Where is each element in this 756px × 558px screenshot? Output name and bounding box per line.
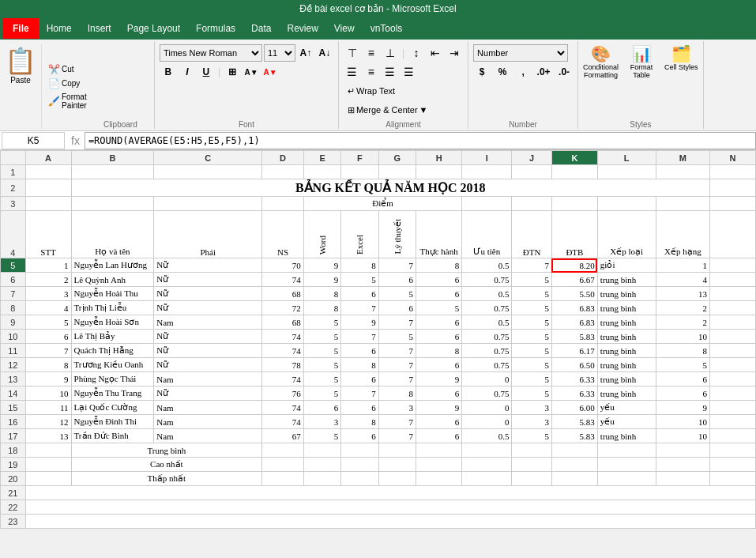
conditional-formatting-button[interactable]: 🎨 ConditionalFormatting <box>583 44 619 79</box>
cell-l14[interactable]: trung bình <box>597 386 656 401</box>
cell-g13[interactable]: 7 <box>378 372 416 386</box>
cell-d13[interactable]: 74 <box>262 372 304 386</box>
cell-e19[interactable] <box>303 458 340 472</box>
cell-b15[interactable]: Lại Quốc Cường <box>71 401 154 415</box>
cell-h13[interactable]: 9 <box>416 372 462 386</box>
col-header-l[interactable]: L <box>597 151 656 165</box>
row-header-6[interactable]: 6 <box>1 273 26 287</box>
menu-page-layout[interactable]: Page Layout <box>119 20 188 37</box>
cell-d1[interactable] <box>262 165 304 179</box>
cell-f8[interactable]: 7 <box>341 301 378 315</box>
cell-g20[interactable] <box>378 472 416 486</box>
row-header-13[interactable]: 13 <box>1 372 26 386</box>
cell-n3[interactable] <box>710 197 756 211</box>
cell-m1[interactable] <box>656 165 709 179</box>
cell-l13[interactable]: trung bình <box>597 372 656 386</box>
col-header-g[interactable]: G <box>378 151 416 165</box>
cell-row22[interactable] <box>25 500 755 515</box>
cell-n2[interactable] <box>710 179 756 197</box>
file-button[interactable]: File <box>3 18 39 39</box>
cell-d14[interactable]: 76 <box>262 386 304 401</box>
align-top-button[interactable]: ⊤ <box>344 44 361 62</box>
cell-i10[interactable]: 0.75 <box>462 330 512 344</box>
menu-review[interactable]: Review <box>279 20 325 37</box>
text-direction-button[interactable]: ↕ <box>408 44 425 62</box>
cell-e1[interactable] <box>303 165 340 179</box>
cell-a12[interactable]: 8 <box>25 358 71 372</box>
cell-c10[interactable]: Nữ <box>154 330 262 344</box>
cell-l10[interactable]: trung bình <box>597 330 656 344</box>
cell-c7[interactable]: Nữ <box>154 287 262 301</box>
cell-n20[interactable] <box>710 472 756 486</box>
cell-i12[interactable]: 0.75 <box>462 358 512 372</box>
cell-j9[interactable]: 5 <box>512 315 552 330</box>
cell-cao-nhat[interactable]: Cao nhất <box>71 458 262 472</box>
row-header-9[interactable]: 9 <box>1 315 26 330</box>
cell-m19[interactable] <box>656 458 709 472</box>
cell-a3[interactable] <box>25 197 71 211</box>
align-middle-button[interactable]: ≡ <box>363 44 380 62</box>
cell-m8[interactable]: 2 <box>656 301 709 315</box>
cell-n10[interactable] <box>710 330 756 344</box>
col-header-n[interactable]: N <box>710 151 756 165</box>
menu-insert[interactable]: Insert <box>80 20 119 37</box>
cell-g10[interactable]: 5 <box>378 330 416 344</box>
font-size-select[interactable]: 11 <box>264 44 295 62</box>
row-header-23[interactable]: 23 <box>1 515 26 529</box>
cell-n11[interactable] <box>710 344 756 358</box>
cell-f12[interactable]: 8 <box>341 358 378 372</box>
cell-g18[interactable] <box>378 443 416 458</box>
cell-b9[interactable]: Nguyễn Hoài Sơn <box>71 315 154 330</box>
cell-n6[interactable] <box>710 273 756 287</box>
cell-b13[interactable]: Phùng Ngọc Thái <box>71 372 154 386</box>
cell-e8[interactable]: 8 <box>303 301 340 315</box>
cell-b7[interactable]: Nguyễn Hoài Thu <box>71 287 154 301</box>
row-header-3[interactable]: 3 <box>1 197 26 211</box>
cell-i8[interactable]: 0.75 <box>462 301 512 315</box>
comma-button[interactable]: , <box>514 63 532 81</box>
cell-h11[interactable]: 8 <box>416 344 462 358</box>
cell-h4[interactable]: Thực hành <box>416 211 462 258</box>
cell-n8[interactable] <box>710 301 756 315</box>
indent-decrease-button[interactable]: ⇤ <box>427 44 444 62</box>
cell-c17[interactable]: Nam <box>154 429 262 443</box>
cell-g16[interactable]: 7 <box>378 415 416 429</box>
cell-m16[interactable]: 10 <box>656 415 709 429</box>
row-header-12[interactable]: 12 <box>1 358 26 372</box>
cell-trung-binh[interactable]: Trung bình <box>71 443 262 458</box>
cell-k3[interactable] <box>551 197 597 211</box>
col-header-k[interactable]: K <box>551 151 597 165</box>
cell-i17[interactable]: 0.5 <box>462 429 512 443</box>
col-header-b[interactable]: B <box>71 151 154 165</box>
cell-h1[interactable] <box>416 165 462 179</box>
cell-k10[interactable]: 5.83 <box>551 330 597 344</box>
align-left-button[interactable]: ☰ <box>344 63 361 81</box>
cell-n16[interactable] <box>710 415 756 429</box>
cell-e13[interactable]: 5 <box>303 372 340 386</box>
cell-i15[interactable]: 0 <box>462 401 512 415</box>
cell-j17[interactable]: 5 <box>512 429 552 443</box>
cell-m17[interactable]: 10 <box>656 429 709 443</box>
cell-j20[interactable] <box>512 472 552 486</box>
cell-diem-header[interactable]: Điểm <box>303 197 461 211</box>
cell-c6[interactable]: Nữ <box>154 273 262 287</box>
cell-c8[interactable]: Nữ <box>154 301 262 315</box>
row-header-14[interactable]: 14 <box>1 386 26 401</box>
underline-button[interactable]: U <box>197 63 215 81</box>
cell-i14[interactable]: 0.75 <box>462 386 512 401</box>
cell-a15[interactable]: 11 <box>25 401 71 415</box>
cell-m13[interactable]: 6 <box>656 372 709 386</box>
cell-j3[interactable] <box>512 197 552 211</box>
cell-c1[interactable] <box>154 165 262 179</box>
cell-f11[interactable]: 6 <box>341 344 378 358</box>
cell-reference[interactable]: K5 <box>2 132 65 149</box>
cell-n12[interactable] <box>710 358 756 372</box>
cell-d9[interactable]: 68 <box>262 315 304 330</box>
cell-k4[interactable]: ĐTB <box>551 211 597 258</box>
cell-f7[interactable]: 6 <box>341 287 378 301</box>
cell-m6[interactable]: 4 <box>656 273 709 287</box>
cell-k18[interactable] <box>551 443 597 458</box>
row-header-16[interactable]: 16 <box>1 415 26 429</box>
cell-i9[interactable]: 0.5 <box>462 315 512 330</box>
cell-m4[interactable]: Xếp hạng <box>656 211 709 258</box>
